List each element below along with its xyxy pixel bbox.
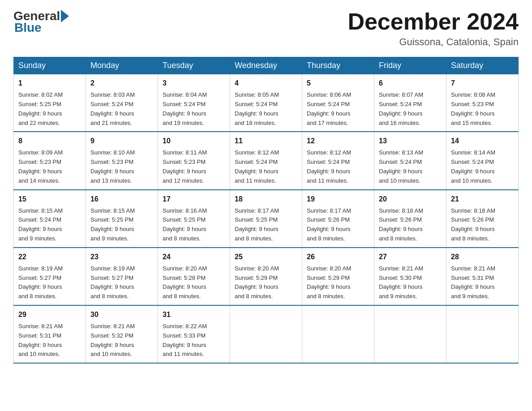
logo-arrow-icon — [61, 10, 69, 22]
day-info: Sunrise: 8:12 AMSunset: 5:24 PMDaylight:… — [235, 149, 279, 184]
location-title: Guissona, Catalonia, Spain — [348, 36, 519, 48]
header-wednesday: Wednesday — [230, 57, 302, 74]
day-number: 5 — [307, 78, 369, 89]
day-info: Sunrise: 8:20 AMSunset: 5:29 PMDaylight:… — [235, 265, 279, 300]
day-info: Sunrise: 8:07 AMSunset: 5:24 PMDaylight:… — [379, 91, 423, 126]
table-row: 6 Sunrise: 8:07 AMSunset: 5:24 PMDayligh… — [374, 74, 446, 132]
table-row: 25 Sunrise: 8:20 AMSunset: 5:29 PMDaylig… — [230, 248, 302, 305]
day-info: Sunrise: 8:21 AMSunset: 5:30 PMDaylight:… — [379, 265, 423, 300]
header-sunday: Sunday — [14, 57, 86, 74]
header-saturday: Saturday — [446, 57, 519, 74]
week-row-4: 22 Sunrise: 8:19 AMSunset: 5:27 PMDaylig… — [14, 248, 519, 305]
day-info: Sunrise: 8:20 AMSunset: 5:28 PMDaylight:… — [163, 265, 207, 300]
day-info: Sunrise: 8:02 AMSunset: 5:25 PMDaylight:… — [18, 91, 63, 126]
day-info: Sunrise: 8:16 AMSunset: 5:25 PMDaylight:… — [163, 207, 207, 242]
table-row: 9 Sunrise: 8:10 AMSunset: 5:23 PMDayligh… — [86, 132, 158, 189]
day-info: Sunrise: 8:21 AMSunset: 5:32 PMDaylight:… — [90, 323, 135, 357]
header-friday: Friday — [374, 57, 446, 74]
header-monday: Monday — [86, 57, 158, 74]
table-row: 15 Sunrise: 8:15 AMSunset: 5:24 PMDaylig… — [14, 190, 86, 248]
day-number: 30 — [90, 309, 153, 320]
day-info: Sunrise: 8:18 AMSunset: 5:26 PMDaylight:… — [379, 207, 423, 242]
header-thursday: Thursday — [302, 57, 374, 74]
table-row: 22 Sunrise: 8:19 AMSunset: 5:27 PMDaylig… — [14, 248, 86, 305]
day-info: Sunrise: 8:14 AMSunset: 5:24 PMDaylight:… — [451, 149, 495, 184]
table-row: 11 Sunrise: 8:12 AMSunset: 5:24 PMDaylig… — [230, 132, 302, 189]
title-block: December 2024 Guissona, Catalonia, Spain — [348, 9, 519, 48]
day-info: Sunrise: 8:20 AMSunset: 5:29 PMDaylight:… — [307, 265, 351, 300]
table-row: 23 Sunrise: 8:19 AMSunset: 5:27 PMDaylig… — [86, 248, 158, 305]
table-row — [446, 305, 519, 363]
table-row — [302, 305, 374, 363]
table-row: 17 Sunrise: 8:16 AMSunset: 5:25 PMDaylig… — [158, 190, 230, 248]
table-row: 8 Sunrise: 8:09 AMSunset: 5:23 PMDayligh… — [14, 132, 86, 189]
day-info: Sunrise: 8:22 AMSunset: 5:33 PMDaylight:… — [163, 323, 207, 357]
day-number: 11 — [235, 136, 297, 146]
day-info: Sunrise: 8:08 AMSunset: 5:23 PMDaylight:… — [451, 91, 495, 126]
table-row: 24 Sunrise: 8:20 AMSunset: 5:28 PMDaylig… — [158, 248, 230, 305]
day-info: Sunrise: 8:19 AMSunset: 5:27 PMDaylight:… — [90, 265, 135, 300]
day-info: Sunrise: 8:04 AMSunset: 5:24 PMDaylight:… — [163, 91, 207, 126]
day-number: 25 — [235, 252, 297, 262]
day-info: Sunrise: 8:10 AMSunset: 5:23 PMDaylight:… — [90, 149, 135, 184]
header-tuesday: Tuesday — [158, 57, 230, 74]
day-number: 14 — [451, 136, 514, 146]
day-number: 29 — [18, 309, 81, 320]
day-number: 23 — [90, 252, 153, 262]
day-info: Sunrise: 8:19 AMSunset: 5:27 PMDaylight:… — [18, 265, 63, 300]
day-number: 3 — [163, 78, 225, 89]
day-number: 24 — [163, 252, 225, 262]
table-row: 20 Sunrise: 8:18 AMSunset: 5:26 PMDaylig… — [374, 190, 446, 248]
table-row — [230, 305, 302, 363]
table-row: 26 Sunrise: 8:20 AMSunset: 5:29 PMDaylig… — [302, 248, 374, 305]
table-row: 16 Sunrise: 8:15 AMSunset: 5:25 PMDaylig… — [86, 190, 158, 248]
table-row: 3 Sunrise: 8:04 AMSunset: 5:24 PMDayligh… — [158, 74, 230, 132]
table-row: 28 Sunrise: 8:21 AMSunset: 5:31 PMDaylig… — [446, 248, 519, 305]
day-number: 31 — [163, 309, 225, 320]
day-number: 28 — [451, 252, 514, 262]
day-info: Sunrise: 8:11 AMSunset: 5:23 PMDaylight:… — [163, 149, 207, 184]
day-number: 13 — [379, 136, 442, 146]
day-info: Sunrise: 8:15 AMSunset: 5:24 PMDaylight:… — [18, 207, 63, 242]
week-row-1: 1 Sunrise: 8:02 AMSunset: 5:25 PMDayligh… — [14, 74, 519, 132]
day-number: 2 — [90, 78, 153, 89]
table-row: 31 Sunrise: 8:22 AMSunset: 5:33 PMDaylig… — [158, 305, 230, 363]
month-title: December 2024 — [348, 9, 519, 34]
table-row: 30 Sunrise: 8:21 AMSunset: 5:32 PMDaylig… — [86, 305, 158, 363]
day-info: Sunrise: 8:17 AMSunset: 5:26 PMDaylight:… — [307, 207, 351, 242]
calendar-body: 1 Sunrise: 8:02 AMSunset: 5:25 PMDayligh… — [14, 74, 519, 363]
table-row: 12 Sunrise: 8:12 AMSunset: 5:24 PMDaylig… — [302, 132, 374, 189]
week-row-2: 8 Sunrise: 8:09 AMSunset: 5:23 PMDayligh… — [14, 132, 519, 189]
table-row: 10 Sunrise: 8:11 AMSunset: 5:23 PMDaylig… — [158, 132, 230, 189]
day-number: 18 — [235, 194, 297, 205]
day-info: Sunrise: 8:03 AMSunset: 5:24 PMDaylight:… — [90, 91, 135, 126]
table-row: 5 Sunrise: 8:06 AMSunset: 5:24 PMDayligh… — [302, 74, 374, 132]
day-info: Sunrise: 8:21 AMSunset: 5:31 PMDaylight:… — [18, 323, 63, 357]
logo-blue: Blue — [14, 21, 42, 34]
day-number: 6 — [379, 78, 442, 89]
table-row: 21 Sunrise: 8:18 AMSunset: 5:26 PMDaylig… — [446, 190, 519, 248]
day-info: Sunrise: 8:18 AMSunset: 5:26 PMDaylight:… — [451, 207, 495, 242]
day-number: 19 — [307, 194, 369, 205]
day-number: 1 — [18, 78, 81, 89]
day-number: 20 — [379, 194, 442, 205]
day-number: 16 — [90, 194, 153, 205]
day-number: 7 — [451, 78, 514, 89]
table-row: 14 Sunrise: 8:14 AMSunset: 5:24 PMDaylig… — [446, 132, 519, 189]
day-number: 8 — [18, 136, 81, 146]
day-info: Sunrise: 8:13 AMSunset: 5:24 PMDaylight:… — [379, 149, 423, 184]
logo: General Blue — [13, 9, 70, 35]
day-number: 27 — [379, 252, 442, 262]
day-info: Sunrise: 8:05 AMSunset: 5:24 PMDaylight:… — [235, 91, 279, 126]
day-number: 10 — [163, 136, 225, 146]
table-row: 18 Sunrise: 8:17 AMSunset: 5:25 PMDaylig… — [230, 190, 302, 248]
day-info: Sunrise: 8:09 AMSunset: 5:23 PMDaylight:… — [18, 149, 63, 184]
week-row-5: 29 Sunrise: 8:21 AMSunset: 5:31 PMDaylig… — [14, 305, 519, 363]
day-info: Sunrise: 8:21 AMSunset: 5:31 PMDaylight:… — [451, 265, 495, 300]
page-header: General Blue December 2024 Guissona, Cat… — [13, 9, 519, 48]
day-number: 9 — [90, 136, 153, 146]
table-row: 4 Sunrise: 8:05 AMSunset: 5:24 PMDayligh… — [230, 74, 302, 132]
table-row: 19 Sunrise: 8:17 AMSunset: 5:26 PMDaylig… — [302, 190, 374, 248]
table-row: 1 Sunrise: 8:02 AMSunset: 5:25 PMDayligh… — [14, 74, 86, 132]
table-row: 27 Sunrise: 8:21 AMSunset: 5:30 PMDaylig… — [374, 248, 446, 305]
